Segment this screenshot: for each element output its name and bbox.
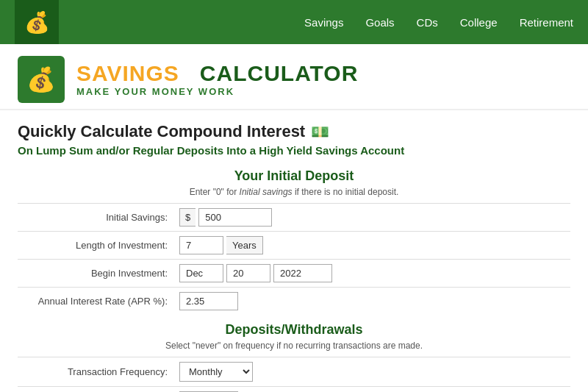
brand-logo: 💰 [18,56,65,103]
apr-row: Annual Interest Rate (APR %): [18,287,570,315]
dollar-prefix: $ [179,208,196,227]
initial-savings-label: Initial Savings: [18,212,179,223]
brand-logo-icon: 💰 [26,65,56,93]
frequency-select[interactable]: Never Daily Weekly Bi-Weekly Monthly Qua… [179,362,253,382]
page-subtitle: On Lump Sum and/or Regular Deposits Into… [18,144,570,157]
begin-label: Begin Investment: [18,268,179,279]
initial-savings-row: Initial Savings: $ [18,203,570,231]
initial-deposit-note: Enter "0" for Initial savings if there i… [18,187,570,197]
begin-day-input[interactable] [226,264,270,282]
initial-savings-inputs: $ [179,208,272,227]
nav-retirement[interactable]: Retirement [520,16,573,29]
main-content: Quickly Calculate Compound Interest 💵 On… [0,110,588,392]
begin-year-input[interactable] [273,264,332,282]
brand-savings: SAVINGS [76,61,179,85]
nav-goals[interactable]: Goals [365,16,394,29]
length-inputs: Years [179,236,263,254]
brand-title: SAVINGS CALCULATOR [76,63,358,85]
page-title-text: Quickly Calculate Compound Interest [18,122,305,141]
initial-deposit-section-title: Your Initial Deposit [18,168,570,184]
apr-label: Annual Interest Rate (APR %): [18,296,179,307]
length-label: Length of Investment: [18,240,179,251]
brand-tagline: MAKE YOUR MONEY WORK [76,86,358,97]
top-navigation: 💰 Savings Goals CDs College Retirement [0,0,588,44]
logo-icon: 💰 [24,10,50,35]
frequency-row: Transaction Frequency: Never Daily Weekl… [18,357,570,386]
apr-input[interactable] [179,292,238,310]
nav-savings[interactable]: Savings [304,16,343,29]
money-icon: 💵 [311,123,329,140]
logo-box: 💰 [15,0,59,44]
brand-calculator: CALCULATOR [200,61,359,85]
begin-row: Begin Investment: [18,259,570,287]
begin-month-input[interactable] [179,264,223,282]
page-title: Quickly Calculate Compound Interest 💵 [18,122,570,141]
initial-savings-input[interactable] [198,208,272,227]
nav-links: Savings Goals CDs College Retirement [304,16,573,29]
frequency-inputs: Never Daily Weekly Bi-Weekly Monthly Qua… [179,362,253,382]
length-row: Length of Investment: Years [18,231,570,259]
years-suffix: Years [226,236,263,254]
begin-inputs [179,264,332,282]
brand-header: 💰 SAVINGS CALCULATOR MAKE YOUR MONEY WOR… [0,44,588,110]
apr-inputs [179,292,238,310]
nav-college[interactable]: College [460,16,498,29]
deposits-note: Select "never" on frequency if no recurr… [18,341,570,351]
brand-text: SAVINGS CALCULATOR MAKE YOUR MONEY WORK [76,63,358,97]
frequency-label: Transaction Frequency: [18,366,179,377]
nav-cds[interactable]: CDs [417,16,438,29]
deposit-row: Deposit Each Cycle: [18,386,570,392]
deposits-section-title: Deposits/Withdrawals [18,322,570,338]
length-input[interactable] [179,236,223,254]
